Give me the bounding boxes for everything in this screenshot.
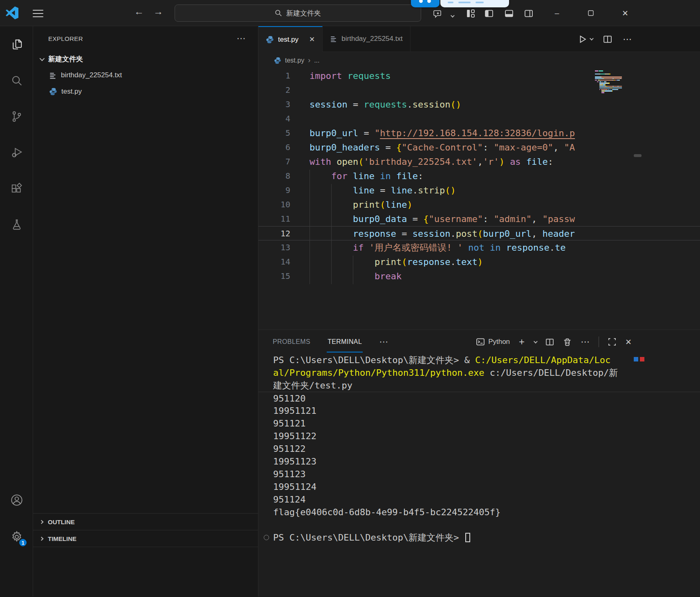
section-label: OUTLINE [48,518,75,525]
terminal-line: 19951124 [258,480,700,493]
copilot-chevron-icon[interactable] [446,11,457,21]
toggle-secondary-sidebar-icon[interactable] [523,8,534,19]
source-control-icon[interactable] [0,104,33,129]
account-icon[interactable] [0,487,33,513]
run-debug-icon[interactable] [0,140,33,165]
terminal-line: 建文件夹/test.py [258,379,700,392]
editor-group: test.py ✕ birthday_225254.txt [258,26,700,597]
maximize-panel-icon[interactable] [608,338,616,346]
forward-button[interactable]: → [151,6,165,17]
maximize-button[interactable] [585,7,597,19]
tab-label: birthday_225254.txt [341,35,402,43]
breadcrumb[interactable]: test.py › ... [258,52,700,69]
code-line[interactable]: 12 response = session.post(burp0_url, he… [258,226,700,240]
tab-terminal[interactable]: TERMINAL [328,330,362,354]
split-terminal-icon[interactable] [545,338,554,346]
code-line[interactable]: 9 line = line.strip() [258,183,700,198]
terminal-output[interactable]: PS C:\Users\DELL\Desktop\新建文件夹> & C:/Use… [258,354,700,544]
terminal-line: flag{e0406c0d-6d8b-4e99-b4f5-bc224522405… [258,506,700,518]
customize-layout-icon[interactable] [465,8,476,19]
menu-icon[interactable] [32,9,44,18]
terminal-decoration-red [640,357,644,361]
terminal-cursor [465,533,470,542]
indent-guide [331,184,332,284]
search-icon [275,9,282,17]
file-row-python[interactable]: test.py [33,83,258,100]
code-line[interactable]: 10 print(line) [258,198,700,212]
terminal-dropdown-icon[interactable] [534,341,536,343]
toggle-panel-icon[interactable] [504,8,514,19]
explorer-sidebar: EXPLORER ⋯ 新建文件夹 birthday_225254.txt tes… [33,26,258,597]
code-line[interactable]: 14 print(response.text) [258,255,700,269]
python-file-icon [274,57,281,64]
minimize-button[interactable]: – [551,7,563,19]
panel-tabs-more-icon[interactable]: ⋯ [379,337,388,347]
explorer-icon[interactable] [0,32,33,57]
indent-guide [353,256,353,284]
panel: PROBLEMS TERMINAL ⋯ Python + [258,330,700,597]
tab-problems[interactable]: PROBLEMS [273,330,310,354]
testing-icon[interactable] [0,212,33,237]
settings-badge: 1 [18,538,27,547]
code-editor[interactable]: 1import requests23session = requests.ses… [258,69,700,330]
toggle-primary-sidebar-icon[interactable] [484,8,494,19]
close-tab-icon[interactable]: ✕ [309,35,315,44]
split-editor-icon[interactable] [603,35,612,44]
chevron-right-icon [40,536,44,541]
close-panel-icon[interactable]: ✕ [625,337,632,347]
folder-row[interactable]: 新建文件夹 [33,51,258,67]
file-row-txt[interactable]: birthday_225254.txt [33,67,258,83]
toast-icon [411,0,440,7]
copilot-chat-icon[interactable] [433,8,443,19]
panel-more-icon[interactable]: ⋯ [581,337,590,347]
command-decoration-icon [264,535,269,540]
run-dropdown-icon[interactable] [590,36,594,40]
code-line[interactable]: 8 for line in file: [258,169,700,183]
explorer-more-icon[interactable]: ⋯ [237,33,246,44]
extensions-icon[interactable] [0,176,33,201]
panel-header: PROBLEMS TERMINAL ⋯ Python + [258,330,700,354]
file-name: test.py [61,88,82,96]
vscode-logo [5,6,19,20]
shell-selector[interactable]: Python [476,337,510,346]
titlebar: ← → 新建文件夹 [0,0,700,26]
new-terminal-icon[interactable]: + [519,336,525,348]
tab-test-py[interactable]: test.py ✕ [258,26,323,52]
back-button[interactable]: ← [132,6,146,17]
tab-birthday-txt[interactable]: birthday_225254.txt [323,26,410,52]
tab-bar: test.py ✕ birthday_225254.txt [258,26,700,52]
divider [599,337,599,347]
run-file-button[interactable] [578,35,592,44]
terminal-line: 951124 [258,493,700,506]
terminal-line: 19951123 [258,455,700,468]
sidebar-section-timeline[interactable]: TIMELINE [33,530,258,547]
sidebar-title: EXPLORER [48,35,83,42]
text-file-icon [49,72,57,79]
minimap[interactable] [595,69,635,167]
text-file-icon [330,35,337,43]
terminal-line: 19951121 [258,404,700,417]
terminal-line: al/Programs/Python/Python311/python.exe … [258,366,700,379]
activity-bar: 1 [0,26,33,597]
breadcrumb-symbol[interactable]: ... [314,57,319,64]
breadcrumb-file[interactable]: test.py [285,57,304,64]
code-line[interactable]: 11 burp0_data = {"username": "admin", "p… [258,212,700,226]
notification-toast[interactable] [411,0,509,7]
code-line[interactable]: 15 break [258,269,700,283]
terminal-line: 951121 [258,417,700,430]
toast-body [440,0,509,7]
python-file-icon [266,36,274,44]
scrollbar-thumb[interactable] [634,154,642,157]
shell-label: Python [488,338,510,346]
code-line[interactable]: 13 if '用户名或密码错误! ' not in response.te [258,240,700,255]
close-window-button[interactable]: ✕ [619,7,631,19]
command-center-search[interactable]: 新建文件夹 [175,4,421,22]
indent-guide [310,170,310,284]
terminal-line: 19951122 [258,430,700,442]
terminal-line: 951123 [258,468,700,480]
editor-more-icon[interactable]: ⋯ [623,34,632,45]
sidebar-section-outline[interactable]: OUTLINE [33,513,258,530]
settings-gear-icon[interactable]: 1 [0,524,33,550]
search-view-icon[interactable] [0,68,33,93]
kill-terminal-icon[interactable] [563,338,572,346]
